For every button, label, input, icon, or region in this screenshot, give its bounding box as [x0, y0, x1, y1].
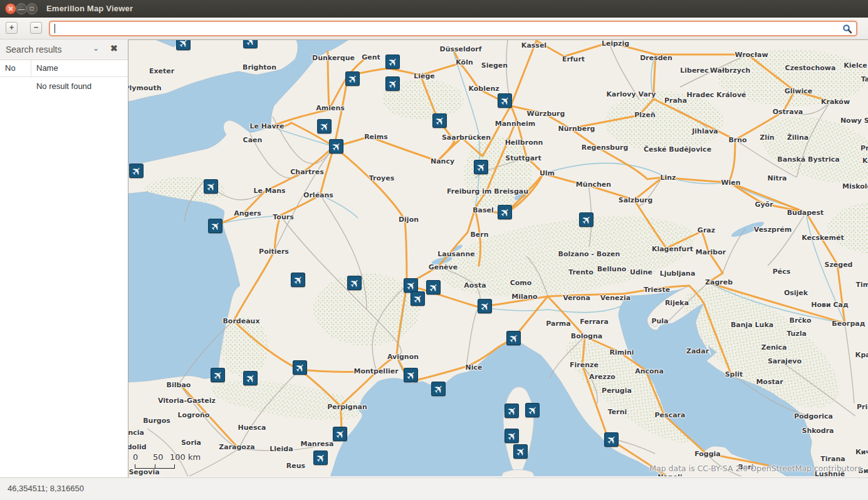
city-label: Liège: [414, 72, 435, 80]
city-label: Bern: [470, 231, 488, 239]
city-label: Chartres: [290, 168, 323, 176]
airport-marker[interactable]: ✈: [385, 55, 400, 69]
city-label: Burgos: [143, 417, 170, 425]
city-label: Prishtina: [857, 403, 868, 411]
city-label: Caen: [243, 136, 263, 144]
window-minimize-button[interactable]: —: [16, 3, 27, 14]
city-label: Pécs: [773, 268, 791, 276]
city-label: Wrocław: [735, 51, 768, 59]
city-label: Нови Сад: [811, 301, 849, 309]
city-label: Parma: [546, 320, 571, 328]
city-label: Reims: [364, 133, 388, 141]
city-label: Bolzano - Bozen: [558, 250, 620, 258]
city-label: Dresden: [640, 54, 672, 62]
city-label: Banja Luka: [731, 321, 773, 329]
city-label: Basel: [473, 206, 494, 214]
airport-marker[interactable]: ✈: [291, 273, 305, 287]
airport-marker[interactable]: ✈: [498, 205, 512, 219]
text-caret: [55, 24, 55, 33]
map-view[interactable]: ExeterPlymouthBrightonDunkerqueGentDüsse…: [128, 39, 868, 476]
airport-marker[interactable]: ✈: [211, 368, 225, 382]
airport-marker[interactable]: ✈: [579, 212, 593, 227]
airport-marker[interactable]: ✈: [404, 278, 418, 293]
airport-marker[interactable]: ✈: [208, 219, 222, 233]
airport-marker[interactable]: ✈: [317, 119, 332, 133]
results-table[interactable]: No Name No result found: [0, 60, 128, 477]
airport-marker[interactable]: ✈: [525, 403, 540, 417]
airport-marker[interactable]: ✈: [513, 444, 528, 459]
city-label: Belluno: [597, 265, 627, 273]
airport-marker[interactable]: ✈: [426, 280, 441, 294]
airport-marker[interactable]: ✈: [478, 299, 492, 313]
city-label: Arezzo: [589, 373, 615, 381]
airport-marker[interactable]: ✈: [243, 39, 258, 48]
zoom-in-button[interactable]: +: [6, 22, 18, 34]
airport-marker[interactable]: ✈: [129, 164, 144, 178]
airport-marker[interactable]: ✈: [431, 382, 446, 396]
airport-marker[interactable]: ✈: [432, 113, 447, 128]
city-label: Kassel: [521, 41, 546, 49]
airport-marker[interactable]: ✈: [474, 160, 488, 174]
city-label: Tirana: [820, 455, 845, 463]
city-label: Mostar: [756, 378, 783, 386]
airport-marker[interactable]: ✈: [345, 71, 360, 86]
city-label: Perugia: [602, 387, 632, 395]
city-label: Shkodra: [802, 427, 834, 435]
airport-marker[interactable]: ✈: [505, 429, 519, 443]
city-label: Kraków: [821, 98, 850, 106]
city-label: Lausanne: [437, 250, 474, 258]
window-maximize-button[interactable]: ▢: [26, 3, 38, 14]
city-label: Veszprém: [754, 226, 792, 234]
airport-marker[interactable]: ✈: [333, 427, 347, 441]
city-label: Кичево: [855, 448, 868, 456]
airport-marker[interactable]: ✈: [176, 39, 191, 50]
airport-marker[interactable]: ✈: [410, 291, 425, 306]
city-label: Tarnów: [861, 75, 868, 83]
airport-marker[interactable]: ✈: [313, 451, 328, 465]
city-label: Kielce: [844, 61, 867, 70]
city-label: Praha: [664, 96, 687, 105]
city-label: Dunkerque: [312, 54, 355, 62]
chevron-down-icon[interactable]: ⌄: [93, 44, 99, 53]
city-label: Siegen: [481, 61, 508, 70]
airport-marker[interactable]: ✈: [404, 368, 418, 382]
city-label: Mannheim: [495, 120, 536, 128]
city-label: Manresa: [300, 440, 333, 448]
city-label: Крагујевац: [855, 351, 868, 359]
city-label: Düsseldorf: [440, 45, 482, 53]
search-input[interactable]: [49, 21, 857, 36]
zoom-out-button[interactable]: −: [30, 22, 42, 34]
city-label: Firenze: [570, 361, 599, 369]
city-label: Angers: [234, 209, 261, 217]
city-label: Rimini: [609, 348, 634, 357]
city-label: Prešov: [860, 144, 868, 152]
airport-marker[interactable]: ✈: [293, 360, 307, 375]
airport-marker[interactable]: ✈: [505, 404, 519, 418]
window-close-button[interactable]: ✕: [5, 3, 16, 14]
airport-marker[interactable]: ✈: [498, 93, 512, 108]
city-label: Ljubljana: [660, 269, 696, 278]
city-label: Milano: [511, 293, 537, 301]
airport-marker[interactable]: ✈: [347, 276, 362, 290]
panel-close-icon[interactable]: ✖: [110, 43, 118, 53]
airport-marker[interactable]: ✈: [204, 179, 218, 194]
map-scale-bar: 0 50 100 km: [132, 452, 201, 474]
city-label: Como: [510, 279, 532, 287]
column-header-name[interactable]: Name: [31, 60, 128, 76]
city-label: Terni: [608, 408, 627, 416]
airport-marker[interactable]: ✈: [604, 432, 619, 447]
panel-header: Search results ⌄ ✖: [0, 39, 128, 60]
city-label: Erfurt: [562, 55, 585, 63]
search-icon[interactable]: [842, 24, 852, 34]
airport-marker[interactable]: ✈: [243, 371, 258, 385]
city-label: Le Mans: [253, 187, 285, 195]
city-label: Amiens: [316, 104, 345, 112]
city-label: Reus: [286, 462, 305, 470]
airport-marker[interactable]: ✈: [385, 76, 400, 91]
column-header-no[interactable]: No: [0, 60, 31, 76]
city-label: Bordeaux: [222, 317, 259, 325]
airport-marker[interactable]: ✈: [329, 139, 343, 154]
airport-marker[interactable]: ✈: [506, 331, 521, 345]
city-label: Zlín: [760, 133, 774, 142]
city-label: Zagreb: [705, 278, 733, 286]
